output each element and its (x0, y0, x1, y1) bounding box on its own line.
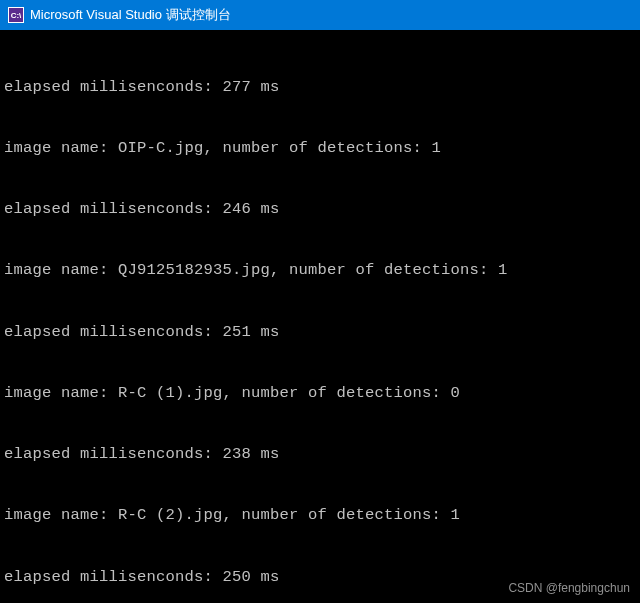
console-line: elapsed millisenconds: 238 ms (4, 444, 640, 464)
console-line: elapsed millisenconds: 250 ms (4, 567, 640, 587)
console-line: elapsed millisenconds: 246 ms (4, 199, 640, 219)
console-line: image name: R-C (1).jpg, number of detec… (4, 383, 640, 403)
console-line: elapsed millisenconds: 277 ms (4, 77, 640, 97)
window-title-bar: C:\ Microsoft Visual Studio 调试控制台 (0, 0, 640, 30)
app-icon: C:\ (8, 7, 24, 23)
window-title: Microsoft Visual Studio 调试控制台 (30, 6, 231, 24)
console-line: image name: OIP-C.jpg, number of detecti… (4, 138, 640, 158)
console-output[interactable]: elapsed millisenconds: 277 ms image name… (0, 30, 640, 603)
icon-letters: C:\ (11, 11, 22, 20)
console-line: image name: R-C (2).jpg, number of detec… (4, 505, 640, 525)
console-line: elapsed millisenconds: 251 ms (4, 322, 640, 342)
console-line: image name: QJ9125182935.jpg, number of … (4, 260, 640, 280)
